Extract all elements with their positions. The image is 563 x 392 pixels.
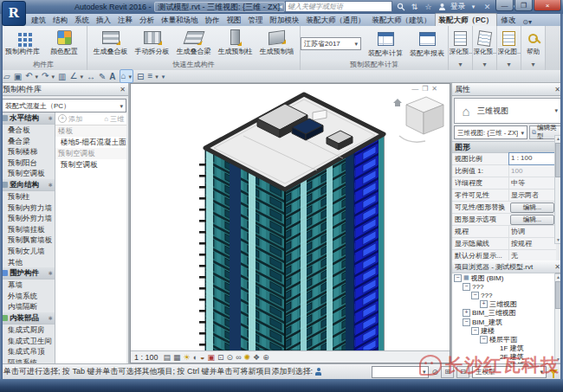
gen-composite-beam-button[interactable]: 生成叠合梁 [173, 28, 215, 56]
view-scale[interactable]: 1 : 100 [134, 353, 159, 362]
tree-node-2f[interactable]: 2F 建筑 [452, 353, 555, 362]
tab-collaborate[interactable]: 协作 [202, 14, 223, 26]
deepen-precast-button-1[interactable]: 深化预... [450, 28, 472, 56]
panel-flyout-caret[interactable]: ▾ [521, 60, 545, 70]
view-minimize-icon[interactable]: — [411, 85, 418, 93]
tab-master-arch[interactable]: 装配大师（建筑） [369, 14, 435, 26]
category-item[interactable]: 集成式厨房 [0, 325, 55, 336]
category-item[interactable]: 预制外剪力墙 [0, 213, 55, 224]
instance-selector-dropdown[interactable]: 三维视图: {三维 - ZX}▾ [454, 125, 527, 139]
render-icon[interactable]: ◒ [200, 353, 204, 362]
worksharing-display-icon[interactable]: ❖ [253, 353, 260, 362]
signin-caret-icon[interactable]: ▾ [468, 2, 479, 12]
category-item[interactable]: 隔墙系统 [0, 357, 55, 363]
workset-dropdown[interactable]: 主模型▾ [472, 366, 547, 378]
expander-icon[interactable]: ∗ [48, 179, 53, 190]
type-selector[interactable]: ⌂ 三维视图 ▾ [454, 98, 561, 124]
search-input[interactable]: 键入关键字或短语 [285, 1, 392, 12]
tab-structure[interactable]: 结构 [49, 14, 71, 26]
category-item[interactable]: 集成式吊顶 [0, 346, 55, 357]
category-item[interactable]: 内墙隔断 [0, 301, 55, 312]
browser-header[interactable]: 项目浏览器 - 测试模型.rvt ✕ [452, 260, 563, 273]
category-item[interactable]: 幕墙 [0, 280, 55, 291]
add-icon[interactable]: + [58, 114, 67, 123]
palette-header[interactable]: 预制构件库 ✕ [0, 83, 128, 96]
category-item[interactable]: 外墙系统 [0, 291, 55, 302]
save-icon[interactable]: ▣ [14, 71, 22, 82]
close-icon[interactable]: ✕ [120, 86, 126, 93]
prop-row-parts-visibility[interactable]: 零件可见性 显示两者 [452, 190, 556, 202]
help-button[interactable]: 帮助 [522, 28, 545, 56]
view-close-icon[interactable]: ✕ [431, 85, 437, 93]
editable-only-icon[interactable]: ⊞ [441, 366, 454, 378]
panel-flyout-caret[interactable]: ▾ [497, 60, 521, 70]
expander-icon[interactable]: ∗ [48, 112, 53, 124]
close-button[interactable]: × [534, 0, 561, 11]
text-icon[interactable]: A [109, 71, 115, 82]
prop-row-graphic-display[interactable]: 图形显示选项 编辑... [452, 214, 556, 226]
prop-row-vg-overrides[interactable]: 可见性/图形替换 编辑... [452, 202, 556, 214]
list-item[interactable]: 楼地5-细石混凝土面层（ [55, 137, 126, 148]
tab-modify[interactable]: 修改 [497, 14, 519, 26]
collapse-search-icon[interactable]: ◂ [279, 3, 282, 10]
tree-node-floor-plans[interactable]: − 楼层平面 [452, 335, 555, 344]
tree-node-bim-arch[interactable]: − BIM_建筑 [452, 318, 555, 326]
category-item[interactable]: 预制空调板 [0, 168, 55, 179]
close-icon[interactable]: ✕ [554, 86, 560, 93]
tab-analyze[interactable]: 分析 [136, 14, 158, 26]
category-item[interactable]: 其他 [0, 257, 55, 268]
tab-insert[interactable]: 插入 [93, 14, 114, 26]
panel-label[interactable]: 预制装配率计算 [301, 60, 448, 70]
properties-header[interactable]: 属性 ✕ [452, 83, 563, 96]
panel-label[interactable]: 快速生成构件 [87, 60, 300, 70]
ribbon-state-icon[interactable]: ⊙▾ [522, 18, 532, 26]
lock-3d-icon[interactable]: ⊙ [227, 353, 234, 362]
tag-icon[interactable]: ✎ [99, 71, 106, 82]
sun-path-icon[interactable]: ☀ [184, 353, 191, 362]
tab-annotate[interactable]: 注释 [114, 14, 136, 26]
category-header-horizontal[interactable]: 水平结构∗ [0, 112, 55, 125]
worksharing-icon[interactable]: ⊟ [456, 366, 469, 378]
undo-icon[interactable]: ↶▾ [25, 70, 38, 82]
tree-node-bim-3d[interactable]: + BIM_三维视图 [452, 309, 555, 318]
list-item[interactable]: 预制空调板 [55, 159, 126, 170]
exchange-apps-icon[interactable]: ✕ [482, 2, 493, 12]
panel-label[interactable]: 构件库 [0, 60, 87, 70]
default-3d-view-icon[interactable]: ⌂▾ [120, 69, 134, 83]
thin-lines-icon[interactable]: ≡▾ [147, 70, 158, 82]
expand-plus-icon[interactable]: + [480, 300, 488, 308]
category-header-interior[interactable]: 内装部品∗ [0, 312, 55, 325]
tab-massing-site[interactable]: 体量和场地 [158, 14, 202, 26]
color-config-button[interactable]: 颜色配置 [43, 28, 85, 56]
tab-view[interactable]: 视图 [223, 14, 245, 26]
collapse-minus-icon[interactable]: − [471, 292, 479, 299]
expand-plus-icon[interactable]: + [463, 309, 470, 317]
assembly-rate-report-button[interactable]: 装配率报表 [406, 29, 448, 58]
search-icon[interactable] [395, 2, 406, 12]
category-item[interactable]: 预制内剪力墙 [0, 202, 55, 214]
gen-composite-slab-button[interactable]: 生成叠合板 [90, 28, 132, 56]
measure-icon[interactable]: ∠▾ [69, 70, 82, 82]
filter-funnel-icon[interactable] [549, 370, 558, 375]
prop-row-hidden-lines[interactable]: 显示隐藏线 按规程 [452, 238, 556, 250]
tree-node[interactable]: − 建楼 [452, 326, 555, 335]
reveal-hidden-icon[interactable]: ✺ [244, 353, 251, 362]
exclude-options-icon[interactable]: ⊘ [431, 368, 438, 376]
gen-precast-wall-button[interactable]: 生成预制墙 [256, 28, 298, 56]
family-type-dropdown[interactable]: 装配式混凝土（PC）▾ [2, 99, 126, 112]
category-item[interactable]: 预制墙挂板 [0, 224, 55, 235]
tree-node-3d-view[interactable]: + 三维视图 [452, 300, 555, 309]
temporary-hide-icon[interactable]: ∞ [236, 353, 241, 362]
category-item[interactable]: 预制飘窗墙板 [0, 235, 55, 246]
view-scale-input[interactable]: 1 : 100 [508, 152, 556, 165]
close-icon[interactable]: ✕ [554, 263, 560, 271]
tab-master-general[interactable]: 装配大师（通用） [303, 14, 369, 26]
province-standard-dropdown[interactable]: 江苏省2017▾ [301, 37, 361, 50]
prop-row-scale-value[interactable]: 比例值 1: 100 [452, 165, 556, 177]
prop-row-detail-level[interactable]: 详细程度 中等 [452, 177, 556, 190]
edit-button[interactable]: 编辑... [510, 215, 554, 225]
panel-flyout-caret[interactable]: ▾ [473, 60, 496, 70]
view3d-label[interactable]: 三维 [110, 114, 124, 124]
assembly-rate-calc-button[interactable]: 装配率计算 [365, 29, 406, 58]
view-restore-icon[interactable]: ❐ [422, 85, 428, 93]
